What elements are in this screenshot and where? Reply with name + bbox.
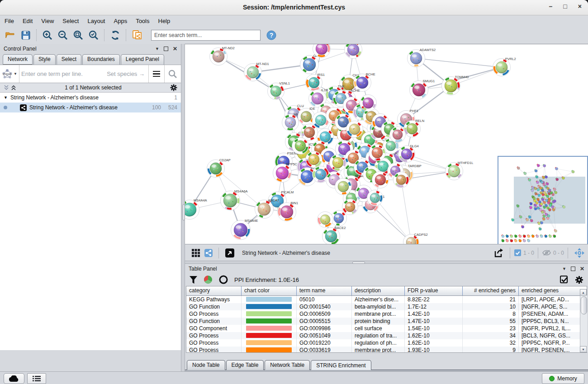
zoom-fit-icon[interactable]	[71, 28, 85, 42]
tree-expand-caret-icon[interactable]: ▼	[4, 95, 8, 100]
network-node[interactable]	[372, 172, 389, 188]
menu-item-view[interactable]: View	[41, 18, 54, 24]
network-node-pvrl2[interactable]: PVRL2	[493, 57, 516, 76]
network-node-vsnl1[interactable]: VSNL1	[268, 81, 290, 100]
network-node[interactable]	[331, 211, 347, 226]
network-node-smug1[interactable]: SMUG1	[410, 79, 435, 99]
column-header-4[interactable]: FDR p-value	[405, 286, 463, 295]
select-columns-icon[interactable]	[560, 276, 569, 284]
table-row[interactable]: GO ComponentGO:0009986cell surface1.54E-…	[186, 325, 587, 332]
grid-view-icon[interactable]	[190, 247, 202, 259]
tab-boundaries[interactable]: Boundaries	[82, 54, 120, 65]
float-panel-icon[interactable]	[164, 47, 168, 51]
menu-item-tools[interactable]: Tools	[136, 18, 149, 24]
tab-string-enrichment[interactable]: STRING Enrichment	[311, 360, 371, 370]
network-node[interactable]	[367, 190, 383, 206]
network-node[interactable]	[346, 121, 363, 138]
panel-menu-icon[interactable]: ▼	[155, 47, 159, 51]
network-collection-row[interactable]: ▼ String Network - Alzheimer's disease 1	[0, 93, 181, 103]
help-icon[interactable]: ?	[264, 28, 279, 42]
table-float-panel-icon[interactable]	[571, 267, 575, 271]
collapse-all-icon[interactable]	[4, 84, 9, 91]
tab-node-table[interactable]: Node Table	[187, 360, 225, 370]
zoom-selected-icon[interactable]	[86, 28, 101, 42]
table-row[interactable]: GO ProcessGO:0019220regulation of ph...1…	[186, 339, 587, 347]
menu-item-edit[interactable]: Edit	[23, 18, 33, 24]
pan-compass-icon[interactable]	[573, 246, 586, 260]
network-node-bace2[interactable]: BACE2	[322, 226, 346, 244]
close-button[interactable]: ×	[578, 3, 582, 10]
menu-item-file[interactable]: File	[5, 18, 14, 24]
network-node-mt-nd2[interactable]: MT-ND2	[210, 46, 235, 66]
network-node-tomm40[interactable]: TOMM40	[442, 75, 469, 95]
table-close-panel-icon[interactable]: ✕	[580, 266, 584, 272]
tab-network[interactable]: Network	[3, 54, 33, 65]
memory-button[interactable]: Memory	[542, 373, 584, 384]
tab-edge-table[interactable]: Edge Table	[226, 360, 264, 370]
zoom-out-icon[interactable]	[56, 28, 70, 42]
task-list-button[interactable]	[27, 373, 46, 384]
table-panel-splitter[interactable]	[185, 261, 588, 264]
menu-item-apps[interactable]: Apps	[114, 18, 128, 24]
table-panel-menu-icon[interactable]: ▼	[562, 267, 566, 271]
panel-splitter[interactable]	[181, 44, 185, 371]
network-canvas[interactable]: MT-ND2MT-ND1VSNL1GAB2ADAMTS2PVRL2TOMM40S…	[185, 44, 588, 244]
scroll-down-arrow-icon[interactable]: ▼	[580, 346, 587, 352]
table-vertical-scrollbar[interactable]: ▲ ▼	[580, 295, 587, 352]
cloud-status-button[interactable]	[4, 373, 24, 384]
expand-all-icon[interactable]	[11, 84, 16, 91]
column-header-1[interactable]: chart color	[242, 286, 297, 295]
share-network-icon[interactable]	[203, 247, 214, 259]
tab-select[interactable]: Select	[57, 54, 81, 65]
search-input[interactable]	[151, 30, 261, 41]
open-session-button[interactable]	[3, 28, 18, 42]
column-header-6[interactable]: enriched genes	[519, 286, 587, 295]
network-row-selected[interactable]: String Network - Alzheimer's disease 100…	[0, 103, 181, 112]
save-session-button[interactable]	[19, 28, 33, 42]
network-node[interactable]	[335, 178, 352, 195]
menu-item-help[interactable]: Help	[158, 18, 171, 24]
column-header-5[interactable]: # enriched genes	[463, 286, 519, 295]
network-node-cd2ap[interactable]: CD2AP	[207, 158, 231, 178]
network-node[interactable]	[292, 138, 309, 155]
tab-style[interactable]: Style	[33, 54, 56, 65]
network-node-mt-nd1[interactable]: MT-ND1	[244, 62, 269, 81]
refresh-icon[interactable]	[108, 28, 123, 42]
close-panel-icon[interactable]: ✕	[173, 46, 177, 52]
network-node-mthfd1l[interactable]: MTHFD1L	[446, 161, 474, 180]
scroll-up-arrow-icon[interactable]: ▲	[580, 289, 587, 295]
column-header-2[interactable]: term name	[297, 286, 352, 295]
string-logo-icon[interactable]: STRING ▼	[0, 65, 19, 83]
string-menu-icon[interactable]	[148, 65, 164, 83]
menu-item-layout[interactable]: Layout	[87, 18, 105, 24]
network-node-ms4a6a[interactable]: MS4A6A	[221, 189, 248, 211]
network-node-adamts2[interactable]: ADAMTS2	[408, 48, 436, 67]
zoom-in-icon[interactable]	[40, 28, 55, 42]
scrollbar-thumb[interactable]	[581, 296, 587, 314]
table-row[interactable]: GO ProcessGO:0051049regulation of tra...…	[186, 332, 587, 339]
table-settings-gear-icon[interactable]	[575, 276, 583, 284]
menu-item-select[interactable]: Select	[62, 18, 79, 24]
table-row[interactable]: GO ProcessGO:0006509membrane prot...1.42…	[186, 310, 587, 318]
birds-eye-view[interactable]	[498, 156, 588, 244]
string-search-icon[interactable]	[164, 65, 181, 83]
network-node[interactable]	[345, 44, 362, 59]
tab-legend-panel[interactable]: Legend Panel	[121, 54, 164, 65]
open-in-window-icon[interactable]	[223, 247, 236, 259]
network-options-gear-icon[interactable]	[170, 84, 177, 91]
network-node[interactable]	[390, 127, 406, 143]
column-header-0[interactable]: category	[186, 286, 242, 295]
network-node-ms4a4a[interactable]: MS4A4A	[185, 198, 207, 220]
reset-charts-icon[interactable]	[219, 275, 228, 284]
network-from-clipboard-icon[interactable]	[130, 28, 144, 42]
export-network-icon[interactable]	[492, 246, 506, 260]
table-row[interactable]: KEGG Pathways05010Alzheimer's dise...8.8…	[186, 296, 587, 303]
table-row[interactable]: GO ProcessGO:0033619membrane prot...1.93…	[186, 347, 587, 353]
network-node[interactable]	[394, 172, 409, 188]
draw-charts-icon[interactable]	[204, 275, 213, 284]
network-node-ms4a4e[interactable]: MS4A4E	[231, 219, 258, 240]
minimize-button[interactable]: –	[549, 3, 553, 10]
maximize-button[interactable]: □	[563, 3, 567, 10]
network-node[interactable]	[342, 199, 358, 215]
column-header-3[interactable]: description	[352, 286, 405, 295]
